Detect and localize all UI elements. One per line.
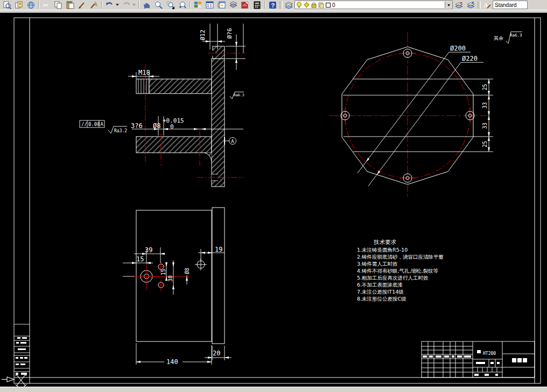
tech-item: 8.未注形位公差按C级 [357,296,406,302]
tech-item: 6.不加工表面涂底漆 [357,282,403,288]
toolbar: ✂ ± A ? 0 ▼ A Standard [0,0,547,10]
zoom-window-icon [166,1,174,9]
pan-button[interactable] [141,1,152,9]
svg-text:✂: ✂ [43,2,48,9]
tool-palettes-button[interactable] [215,1,227,9]
print-preview-icon [3,1,11,9]
match-brush-button[interactable] [76,1,88,9]
properties-icon: A [194,1,202,9]
paste-button[interactable] [64,1,76,9]
layer-combo-dropdown[interactable]: ▼ [445,2,452,8]
design-center-button[interactable] [204,1,215,9]
left-signoff-table [14,324,30,375]
dim-376: 3?6 [131,122,143,130]
toolbar-grip[interactable] [278,1,283,9]
corner-note-prefix: 其余 [494,35,503,41]
svg-text:±: ± [156,2,159,7]
dim-d220: Ø220 [462,55,478,62]
svg-text:?: ? [271,2,275,9]
undo-dropdown[interactable] [115,1,120,9]
zoom-previous-icon [178,1,186,9]
dim-39: 39 [145,246,152,254]
layer-freeze-sun-icon [304,2,310,8]
corner-note-value: Ra6.3 [510,33,522,38]
redo-dropdown[interactable] [132,1,137,9]
layer-previous-button[interactable] [465,1,476,9]
gdt-tolerance: 0.08 [88,122,100,127]
chevron-down-icon [132,4,136,6]
help-button[interactable]: ? [267,1,278,9]
undo-button[interactable] [103,1,115,9]
publish-to-web-button[interactable] [25,1,37,9]
design-center-icon [206,1,214,9]
layers-icon [285,1,293,9]
style-combo-value: Standard [495,2,517,8]
svg-text:A: A [198,4,201,9]
circular-view: 25 33 33 25 Ø200 Ø220 [329,32,493,199]
quick-calc-button[interactable] [251,1,263,9]
zoom-realtime-button[interactable]: ± [152,1,164,9]
dim-19: 19 [215,246,222,253]
title-block: HT200 [422,341,535,377]
dim-d200: Ø200 [450,45,466,52]
dim-33-top: 33 [482,102,488,109]
print-preview-button[interactable] [1,1,13,9]
toolbar-separator [37,1,40,9]
plan-centerlines [134,261,190,291]
dim-30-vert: 30 [167,275,173,282]
section-view: M18 Ø12 Ø?6 3?6 Ø8 +0.015 0 // 0.08 A Ra… [80,24,246,187]
publish-icon [15,1,23,9]
dim-15: 15 [136,255,144,263]
dim-20: 20 [213,350,220,357]
redo-button[interactable] [120,1,132,9]
tech-title: 技术要求 [374,239,397,245]
dim-d8: Ø8 [153,122,160,130]
gdt-symbol: // [81,122,87,127]
match-properties-button[interactable] [88,1,100,9]
title-block-material: HT200 [483,351,496,356]
dim-140: 140 [166,358,178,366]
layer-properties-button[interactable] [283,1,294,9]
brush-icon [78,1,86,9]
undo-icon [106,1,114,9]
dim-33-bottom: 33 [482,123,488,129]
globe-icon [27,1,35,9]
sheet-set-manager-button[interactable] [227,1,239,9]
toolbar-separator [137,1,141,9]
sheet-set-manager-icon [229,1,237,9]
zoom-window-button[interactable] [164,1,176,9]
layer-combo[interactable]: 0 ▼ [294,1,453,9]
toolbar-separator [263,1,267,9]
status-bar [0,387,547,392]
cut-button[interactable]: ✂ [40,1,52,9]
zoom-realtime-icon: ± [155,1,163,9]
copy-button[interactable] [52,1,64,9]
toolbar-grip[interactable] [476,1,481,9]
layer-on-bulb-icon [296,2,302,8]
make-object-layer-current-button[interactable] [453,1,465,9]
tech-item: 4.铸件不得有砂眼,气孔,缩松,裂纹等 [357,268,439,274]
tool-palettes-icon [218,1,226,9]
markup-set-manager-icon [241,1,249,9]
dim-15-vert: 15 [160,269,166,275]
drawing-canvas[interactable]: M18 Ø12 Ø?6 3?6 Ø8 +0.015 0 // 0.08 A Ra… [0,13,547,387]
properties-button[interactable]: A [192,1,204,9]
chevron-down-icon [116,4,120,6]
paste-icon [66,1,74,9]
text-style-button[interactable]: A [481,1,493,9]
markup-set-manager-button[interactable] [239,1,251,9]
layer-plot-icon [318,2,324,8]
text-style-icon: A [483,1,491,9]
zoom-previous-button[interactable] [176,1,188,9]
dim-25-bottom: 25 [482,141,488,147]
roughness-ra63: Ra6.3 [234,93,244,97]
model-space[interactable]: M18 Ø12 Ø?6 3?6 Ø8 +0.015 0 // 0.08 A Ra… [0,13,547,387]
section-centerlines [145,53,245,177]
corner-roughness-note: 其余 Ra6.3 [494,32,522,44]
calculator-icon [253,1,261,9]
tech-requirements: 技术要求 1.未注铸造圆角R5-10 2.铸件应彻底清砂，浇冒口应清除平整 3.… [357,239,444,302]
style-combo[interactable]: Standard [493,1,528,9]
dim-d12: Ø12 [199,30,206,40]
publish-button[interactable] [13,1,25,9]
tech-item: 7.未注公差按IT14级 [357,289,404,295]
